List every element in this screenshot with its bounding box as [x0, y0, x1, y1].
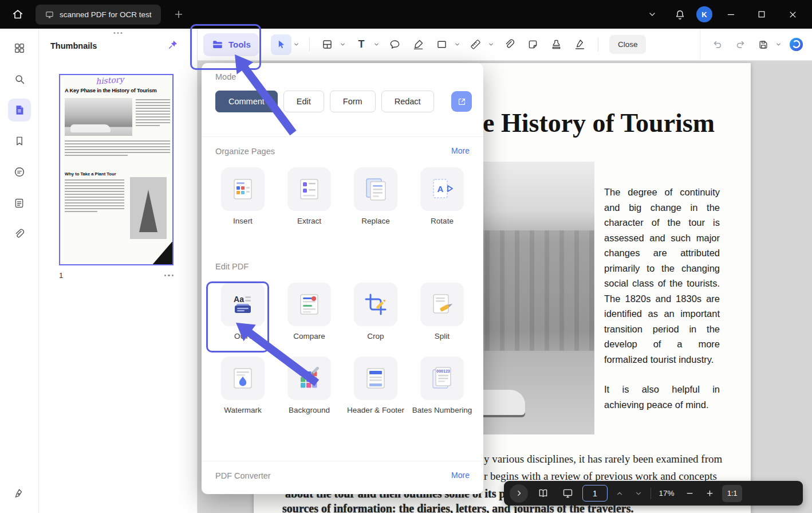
insert-icon	[221, 167, 265, 211]
page-organize-chevron-icon[interactable]	[339, 34, 347, 55]
tool-tile-compare[interactable]: Compare	[276, 283, 342, 342]
stamp-tool-button[interactable]	[546, 34, 567, 55]
tool-tile-watermark[interactable]: Watermark	[210, 357, 276, 416]
save-button[interactable]	[753, 34, 774, 55]
new-tab-button[interactable]	[168, 3, 190, 25]
save-chevron-icon[interactable]	[774, 34, 782, 55]
tool-tile-bates[interactable]: 000123 Bates Numbering	[409, 357, 475, 416]
maximize-button[interactable]	[749, 3, 774, 25]
zoom-out-button[interactable]	[682, 484, 697, 503]
shapes-tool-button[interactable]	[432, 34, 452, 55]
tool-tile-rotate[interactable]: A Rotate	[409, 167, 475, 226]
notifications-button[interactable]	[669, 3, 691, 25]
toolbar-right-group	[700, 29, 806, 61]
mode-edit-button[interactable]: Edit	[283, 91, 324, 112]
thumb-handwriting: history	[96, 75, 124, 85]
ai-assistant-button[interactable]	[786, 34, 806, 55]
attach-tool-button[interactable]	[499, 34, 520, 55]
paperclip-icon	[13, 228, 25, 240]
mode-form-button[interactable]: Form	[330, 91, 376, 112]
comment-tool-button[interactable]	[385, 34, 405, 55]
extract-icon	[287, 167, 331, 211]
comment-bubble-icon	[389, 38, 401, 50]
previous-page-button[interactable]	[613, 484, 626, 503]
tool-tile-split[interactable]: Split	[409, 283, 475, 342]
expand-panel-button[interactable]	[451, 91, 472, 112]
rotate-icon: A	[420, 167, 464, 211]
thumbnails-panel-button[interactable]	[8, 99, 31, 122]
apps-grid-button[interactable]	[8, 37, 31, 60]
tool-tile-crop[interactable]: Crop	[342, 283, 409, 342]
close-toolbar-button[interactable]: Close	[609, 35, 647, 54]
reader-panel-button[interactable]	[8, 191, 31, 214]
thumbnails-panel: Thumbnails history A Key Phase in the Hi…	[39, 29, 198, 513]
tool-tile-extract[interactable]: Extract	[276, 167, 342, 226]
main-toolbar: Tools T	[198, 29, 812, 61]
compare-icon	[287, 283, 331, 326]
tile-label: Background	[289, 405, 330, 416]
tab-title: scanned PDF for OCR test	[60, 10, 152, 19]
reading-mode-button[interactable]	[533, 484, 553, 503]
document-tab[interactable]: scanned PDF for OCR test	[36, 5, 161, 25]
zoom-level[interactable]: 17%	[656, 489, 677, 498]
ocr-icon: Aa	[221, 283, 265, 326]
toolbar-collapse-button[interactable]	[641, 3, 663, 25]
undo-button[interactable]	[707, 34, 728, 55]
bell-icon	[674, 9, 686, 21]
thumbnail-footer: 1	[59, 271, 174, 280]
bookmarks-button[interactable]	[8, 130, 31, 152]
pin-icon[interactable]	[167, 39, 179, 50]
text-tool-icon: T	[358, 38, 364, 50]
highlighter-tool-button[interactable]	[408, 34, 429, 55]
search-icon	[13, 73, 26, 85]
redo-button[interactable]	[730, 34, 751, 55]
presentation-mode-button[interactable]	[558, 484, 577, 503]
floating-status-bar: 17% 1:1	[504, 481, 803, 506]
page-thumbnail[interactable]: history A Key Phase in the History of To…	[59, 74, 174, 265]
text-tool-button[interactable]: T	[351, 34, 372, 55]
paperclip-icon	[503, 38, 515, 50]
thumbnail-more-icon[interactable]	[164, 275, 174, 277]
comments-panel-button[interactable]	[8, 160, 31, 183]
zoom-in-button[interactable]	[702, 484, 717, 503]
minimize-button[interactable]	[718, 3, 743, 25]
monitor-icon	[562, 487, 574, 499]
tool-tile-replace[interactable]: Replace	[342, 167, 409, 226]
actual-size-button[interactable]: 1:1	[722, 485, 742, 502]
attachments-button[interactable]	[8, 222, 31, 245]
mode-comment-button[interactable]: Comment	[215, 91, 278, 112]
organize-more-link[interactable]: More	[451, 146, 470, 155]
search-button[interactable]	[8, 68, 31, 91]
annotate-quick-button[interactable]	[8, 482, 31, 505]
close-window-button[interactable]	[780, 3, 805, 25]
page-number-input[interactable]	[582, 485, 608, 502]
tools-button[interactable]: Tools	[203, 33, 259, 56]
panel-drag-handle[interactable]	[114, 32, 123, 34]
select-tool-chevron-icon[interactable]	[293, 34, 301, 55]
mode-redact-button[interactable]: Redact	[381, 91, 434, 112]
next-page-button[interactable]	[632, 484, 645, 503]
mode-section-title: Mode	[215, 72, 236, 81]
signature-tool-button[interactable]	[570, 34, 590, 55]
sticker-tool-button[interactable]	[523, 34, 543, 55]
shapes-chevron-icon[interactable]	[454, 34, 462, 55]
avatar[interactable]: K	[696, 6, 712, 22]
measure-chevron-icon[interactable]	[487, 34, 495, 55]
panel-divider	[202, 136, 483, 137]
collapse-status-bar-button[interactable]	[510, 484, 528, 503]
home-button[interactable]	[7, 3, 29, 25]
tool-tile-ocr[interactable]: Aa OCR	[210, 283, 276, 342]
edit-pdf-tile-grid: Aa OCR Compare Crop Split	[210, 283, 475, 415]
tool-tile-background[interactable]: Background	[276, 357, 342, 416]
select-tool-button[interactable]	[271, 34, 291, 55]
measure-tool-button[interactable]	[466, 34, 486, 55]
thumb-photo	[65, 98, 132, 136]
tool-tile-insert[interactable]: Insert	[210, 167, 276, 226]
page-organize-tool-button[interactable]	[317, 34, 338, 55]
tool-tile-header-footer[interactable]: Header & Footer	[342, 357, 409, 416]
tile-label: Compare	[293, 331, 325, 342]
replace-icon	[354, 167, 397, 211]
text-tool-chevron-icon[interactable]	[373, 34, 381, 55]
converter-more-link[interactable]: More	[451, 471, 470, 480]
page-lines-icon	[13, 197, 25, 209]
